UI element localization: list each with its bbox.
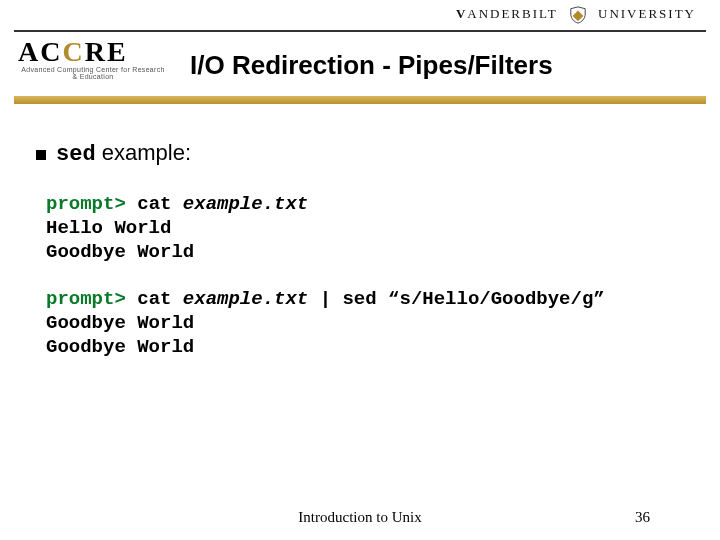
slide-title: I/O Redirection - Pipes/Filters: [190, 50, 553, 81]
output-2b: Goodbye World: [46, 336, 194, 358]
code-block-2: prompt> cat example.txt | sed “s/Hello/G…: [46, 288, 684, 359]
content: sed example: prompt> cat example.txt Hel…: [36, 140, 684, 384]
footer-title: Introduction to Unix: [0, 509, 720, 526]
shield-icon: [569, 6, 587, 24]
output-1b: Goodbye World: [46, 241, 194, 263]
prompt-1: prompt>: [46, 193, 126, 215]
top-bar: VANDERBILT UNIVERSITY: [0, 0, 720, 30]
bullet-sed-example: sed example:: [36, 140, 684, 167]
prompt-2: prompt>: [46, 288, 126, 310]
university-rest: ANDERBILT: [467, 6, 557, 21]
cmd-cat-2: cat: [126, 288, 183, 310]
cmd-cat-1: cat: [126, 193, 183, 215]
university-label: VANDERBILT UNIVERSITY: [456, 6, 696, 24]
arg-file-1: example.txt: [183, 193, 308, 215]
university-suffix: UNIVERSITY: [598, 6, 696, 21]
code-block-1: prompt> cat example.txt Hello World Good…: [46, 193, 684, 264]
bullet-cmd: sed: [56, 142, 96, 167]
output-1a: Hello World: [46, 217, 171, 239]
divider: [14, 30, 706, 32]
bullet-text: example:: [96, 140, 191, 165]
pipe-sed: | sed “s/Hello/Goodbye/g”: [308, 288, 604, 310]
logo-subtitle: Advanced Computing Center for Research &…: [18, 66, 168, 80]
gold-bar: [14, 96, 706, 104]
output-2a: Goodbye World: [46, 312, 194, 334]
bullet-icon: [36, 150, 46, 160]
logo-text: ACCRE: [18, 36, 168, 68]
page-number: 36: [635, 509, 650, 526]
accre-logo: ACCRE Advanced Computing Center for Rese…: [18, 36, 168, 84]
arg-file-2: example.txt: [183, 288, 308, 310]
university-v: V: [456, 6, 467, 21]
